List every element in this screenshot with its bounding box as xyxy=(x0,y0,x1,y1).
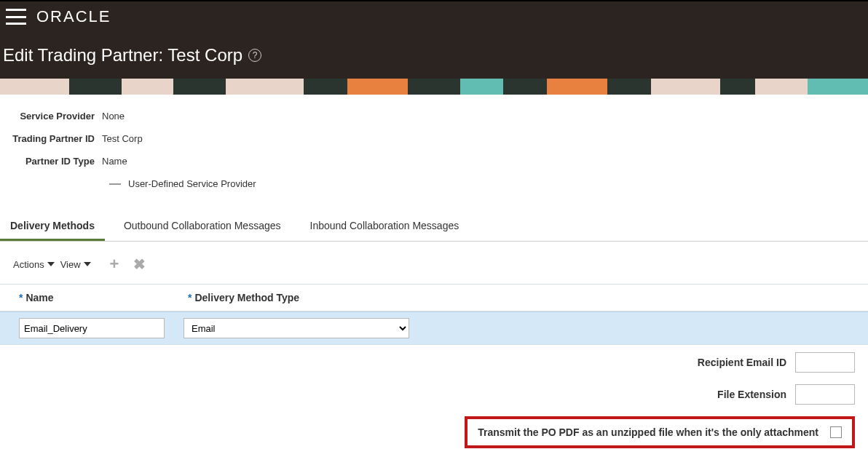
actions-menu[interactable]: Actions xyxy=(13,259,55,270)
page-title-bar: Edit Trading Partner: Test Corp ? xyxy=(0,32,868,79)
view-menu[interactable]: View xyxy=(60,259,91,270)
partner-id-type-label: Partner ID Type xyxy=(0,156,102,167)
table-row[interactable]: Email xyxy=(0,311,868,344)
top-bar: ORACLE xyxy=(0,0,868,32)
partner-id-type-value: Name xyxy=(102,156,127,167)
delivery-methods-grid: *Name *Delivery Method Type Email xyxy=(0,284,868,345)
grid-toolbar: Actions View + ✖ xyxy=(0,242,868,284)
tab-inbound-messages[interactable]: Inbound Collaboration Messages xyxy=(300,212,470,241)
file-extension-label: File Extension xyxy=(717,389,786,400)
delete-icon[interactable]: ✖ xyxy=(133,255,146,273)
transmit-unzipped-highlight: Transmit the PO PDF as an unzipped file … xyxy=(465,416,855,448)
page-title-partner: Test Corp xyxy=(167,45,242,65)
help-icon[interactable]: ? xyxy=(248,49,261,62)
tab-delivery-methods[interactable]: Delivery Methods xyxy=(0,212,105,241)
caret-down-icon xyxy=(47,262,55,266)
service-provider-label: Service Provider xyxy=(0,111,102,122)
transmit-unzipped-checkbox[interactable] xyxy=(830,426,842,438)
tab-outbound-messages[interactable]: Outbound Collaboration Messages xyxy=(114,212,291,241)
view-label: View xyxy=(60,259,81,270)
column-header-name[interactable]: *Name xyxy=(0,285,179,311)
recipient-email-input[interactable] xyxy=(795,352,855,373)
grid-header: *Name *Delivery Method Type xyxy=(0,285,868,311)
name-input[interactable] xyxy=(19,318,165,338)
recipient-email-label: Recipient Email ID xyxy=(698,357,786,368)
partner-details: Service Provider None Trading Partner ID… xyxy=(0,95,868,196)
decorative-banner xyxy=(0,79,868,95)
page-title-prefix: Edit Trading Partner: xyxy=(3,45,167,65)
actions-label: Actions xyxy=(13,259,44,270)
add-icon[interactable]: + xyxy=(110,255,119,274)
transmit-unzipped-label: Transmit the PO PDF as an unzipped file … xyxy=(478,426,818,438)
service-provider-value: None xyxy=(102,111,125,122)
caret-down-icon xyxy=(84,262,91,266)
user-defined-service-provider-label: User-Defined Service Provider xyxy=(128,178,256,189)
tabs: Delivery Methods Outbound Collaboration … xyxy=(0,212,868,242)
menu-icon[interactable] xyxy=(6,9,26,25)
file-extension-input[interactable] xyxy=(795,384,855,405)
column-header-type[interactable]: *Delivery Method Type xyxy=(179,285,412,311)
delivery-method-details: Recipient Email ID File Extension Transm… xyxy=(0,345,868,449)
trading-partner-id-label: Trading Partner ID xyxy=(0,133,102,144)
delivery-method-type-select[interactable]: Email xyxy=(184,318,409,338)
trading-partner-id-value: Test Corp xyxy=(102,133,143,144)
checkbox-placeholder-icon xyxy=(109,183,121,185)
oracle-logo: ORACLE xyxy=(36,7,111,26)
page-title: Edit Trading Partner: Test Corp ? xyxy=(3,45,865,65)
